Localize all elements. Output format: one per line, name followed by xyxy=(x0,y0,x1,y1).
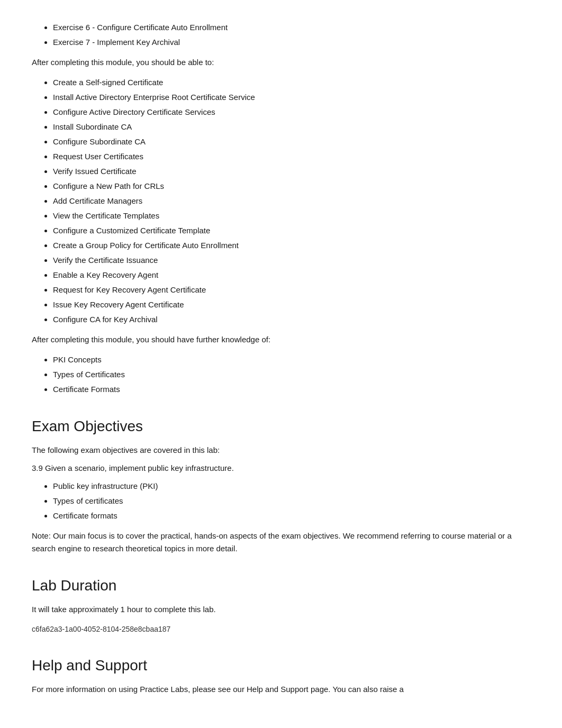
further-knowledge-paragraph: After completing this module, you should… xyxy=(32,333,530,346)
objective-12: Create a Group Policy for Certificate Au… xyxy=(53,239,530,252)
exam-bullets-list: Public key infrastructure (PKI) Types of… xyxy=(32,480,530,522)
exam-objectives-intro: The following exam objectives are covere… xyxy=(32,444,530,457)
objective-16: Issue Key Recovery Agent Certificate xyxy=(53,298,530,311)
objective-2: Install Active Directory Enterprise Root… xyxy=(53,91,530,104)
lab-duration-heading: Lab Duration xyxy=(32,574,530,598)
exam-bullet-2: Types of certificates xyxy=(53,495,530,507)
objective-9: Add Certificate Managers xyxy=(53,195,530,207)
objective-13: Verify the Certificate Issuance xyxy=(53,254,530,267)
objective-15: Request for Key Recovery Agent Certifica… xyxy=(53,284,530,296)
exam-bullet-3: Certificate formats xyxy=(53,509,530,522)
intro-bullet-2: Exercise 7 - Implement Key Archival xyxy=(53,36,530,49)
objective-11: Configure a Customized Certificate Templ… xyxy=(53,224,530,237)
intro-bullet-1: Exercise 6 - Configure Certificate Auto … xyxy=(53,21,530,34)
objective-4: Install Subordinate CA xyxy=(53,121,530,133)
lab-identifier: c6fa62a3-1a00-4052-8104-258e8cbaa187 xyxy=(32,623,530,635)
exam-bullet-1: Public key infrastructure (PKI) xyxy=(53,480,530,493)
exam-objectives-heading: Exam Objectives xyxy=(32,415,530,439)
further-1: PKI Concepts xyxy=(53,353,530,366)
objective-5: Configure Subordinate CA xyxy=(53,135,530,148)
lab-duration-text: It will take approximately 1 hour to com… xyxy=(32,603,530,616)
further-3: Certificate Formats xyxy=(53,383,530,396)
module-objectives-list: Create a Self-signed Certificate Install… xyxy=(32,76,530,326)
after-module-paragraph: After completing this module, you should… xyxy=(32,56,530,69)
intro-bullets-list: Exercise 6 - Configure Certificate Auto … xyxy=(32,21,530,49)
further-2: Types of Certificates xyxy=(53,368,530,381)
objective-14: Enable a Key Recovery Agent xyxy=(53,269,530,281)
objective-1: Create a Self-signed Certificate xyxy=(53,76,530,89)
objective-10: View the Certificate Templates xyxy=(53,210,530,222)
objective-3: Configure Active Directory Certificate S… xyxy=(53,106,530,119)
exam-scenario-text: 3.9 Given a scenario, implement public k… xyxy=(32,462,530,475)
objective-17: Configure CA for Key Archival xyxy=(53,313,530,326)
exam-note: Note: Our main focus is to cover the pra… xyxy=(32,530,530,555)
help-support-heading: Help and Support xyxy=(32,654,530,678)
objective-8: Configure a New Path for CRLs xyxy=(53,180,530,193)
further-knowledge-list: PKI Concepts Types of Certificates Certi… xyxy=(32,353,530,396)
objective-6: Request User Certificates xyxy=(53,150,530,163)
help-support-text: For more information on using Practice L… xyxy=(32,683,530,696)
objective-7: Verify Issued Certificate xyxy=(53,165,530,178)
